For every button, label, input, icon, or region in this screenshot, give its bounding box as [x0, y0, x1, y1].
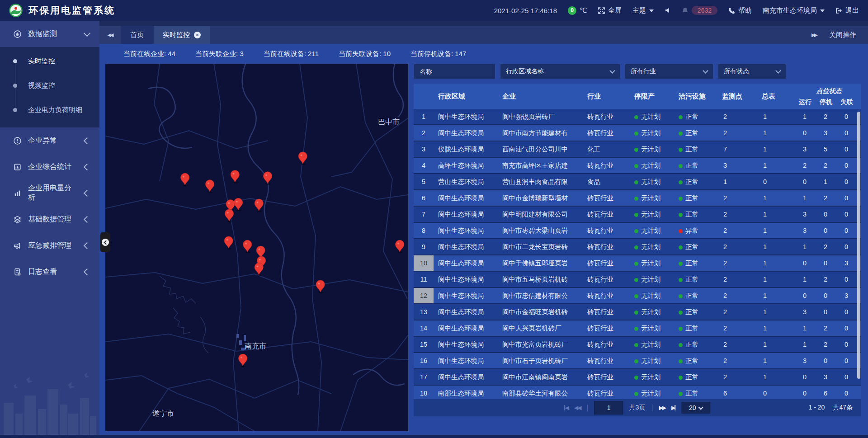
table-row[interactable]: 16阆中生态环境局阆中市石子页岩机砖厂砖瓦行业无计划正常21300: [414, 353, 861, 369]
lost-count-cell: 0: [839, 390, 861, 397]
table-row[interactable]: 2阆中生态环境局阆中市南方节能建材有砖瓦行业无计划正常21030: [414, 125, 861, 141]
fullscreen-button[interactable]: 全屏: [598, 6, 622, 15]
table-row[interactable]: 6阆中生态环境局阆中市金博瑞新型墙材砖瓦行业无计划正常21120: [414, 190, 861, 207]
facility-status-cell: 异常: [674, 226, 717, 235]
page-size-select[interactable]: 20: [681, 402, 710, 414]
region-cell: 阆中生态环境局: [434, 129, 498, 137]
sidebar-item-data-monitor[interactable]: 数据监测: [0, 21, 99, 47]
map-canvas[interactable]: 巴中市南充市遂宁市: [105, 64, 408, 431]
table-row[interactable]: 9阆中生态环境局阆中市二龙长宝页岩砖砖瓦行业无计划正常21120: [414, 239, 861, 255]
last-page-button[interactable]: ▶: [671, 405, 675, 411]
industry-cell: 食品: [583, 178, 630, 186]
table-row[interactable]: 1阆中生态环境局阆中强锐页岩砖厂砖瓦行业无计划正常21120: [414, 109, 861, 125]
close-tab-icon[interactable]: ✕: [194, 32, 201, 38]
table-row[interactable]: 17阆中生态环境局阆中市江南镇阆南页岩砖瓦行业无计划正常21030: [414, 369, 861, 386]
status-stat: 当前在线企业: 44: [123, 50, 175, 58]
status-dot-icon: [634, 115, 638, 119]
row-index-cell: 15: [414, 337, 434, 352]
company-cell: 阆中市江南镇阆南页岩: [498, 373, 583, 381]
theme-dropdown[interactable]: 主题: [632, 6, 654, 15]
sidebar-item-logs[interactable]: 日志查看: [0, 259, 99, 285]
tab-scroll-right-button[interactable]: ▶▶: [811, 32, 816, 38]
table-row[interactable]: 8阆中生态环境局阆中市枣碧大梁山页岩砖瓦行业无计划异常21300: [414, 223, 861, 239]
sidebar-collapse-button[interactable]: [100, 232, 110, 252]
help-label: 帮助: [738, 6, 752, 15]
table-row[interactable]: 10阆中生态环境局阆中千佛镇五郎垭页岩砖瓦行业无计划正常21003: [414, 255, 861, 272]
sidebar-subitem-企业电力负荷明细[interactable]: 企业电力负荷明细: [0, 98, 99, 122]
sound-toggle[interactable]: [665, 7, 671, 14]
table-row[interactable]: 3仪陇生态环境局西南油气田分公司川中化工无计划正常71350: [414, 141, 861, 158]
region-cell: 阆中生态环境局: [434, 373, 498, 381]
table-row[interactable]: 7阆中生态环境局阆中明阳建材有限公司砖瓦行业无计划正常21300: [414, 207, 861, 223]
page-number-input[interactable]: [594, 401, 623, 414]
row-index-cell: 1: [414, 109, 434, 124]
meters-cell: 1: [757, 113, 797, 120]
first-page-button[interactable]: ◀: [564, 405, 568, 411]
row-index-cell: 10: [414, 255, 434, 271]
industry-select-value: 所有行业: [631, 67, 656, 75]
sidebar-submenu: 实时监控视频监控企业电力负荷明细: [0, 47, 99, 127]
sidebar-subitem-实时监控[interactable]: 实时监控: [0, 49, 99, 73]
stat-label: 当前在线设备:: [264, 50, 308, 57]
chevron-left-icon: [102, 239, 109, 246]
next-page-button[interactable]: ▶▶: [659, 405, 665, 411]
sidebar-item-power-analysis[interactable]: 企业用电量分析: [0, 180, 99, 206]
status-dot-icon: [679, 229, 683, 233]
tab-realtime-monitor[interactable]: 实时监控 ✕: [154, 26, 210, 44]
org-dropdown[interactable]: 南充市生态环境局: [763, 6, 825, 15]
help-button[interactable]: 帮助: [728, 6, 752, 15]
alert-icon: [13, 136, 22, 145]
stat-value: 147: [455, 50, 466, 57]
close-operations-button[interactable]: 关闭操作: [829, 31, 856, 39]
tab-home[interactable]: 首页: [121, 26, 153, 44]
status-dot-icon: [634, 311, 638, 315]
table-scrollbar[interactable]: [857, 112, 860, 379]
name-search-input[interactable]: [414, 64, 495, 79]
status-select[interactable]: 所有状态: [718, 64, 786, 79]
industry-select[interactable]: 所有行业: [625, 64, 713, 79]
region-select[interactable]: 行政区域名称: [500, 64, 620, 79]
prev-page-button[interactable]: ◀◀: [574, 405, 580, 411]
sidebar-item-emergency[interactable]: 应急减排管理: [0, 232, 99, 259]
divider: |: [651, 404, 653, 412]
sidebar-group-power-analysis: 企业用电量分析: [0, 180, 99, 206]
header-actions: 2021-02-25 17:46:18 0 ℃ 全屏 主题: [494, 6, 859, 15]
company-cell: 营山县润丰肉食品有限: [498, 178, 583, 186]
sidebar-item-label: 应急减排管理: [28, 241, 78, 250]
row-index-cell: 4: [414, 158, 434, 173]
map-panel[interactable]: 巴中市南充市遂宁市: [105, 64, 408, 431]
sidebar-item-label: 基础数据管理: [28, 215, 78, 224]
exit-button[interactable]: 退出: [835, 6, 859, 15]
table-row[interactable]: 14阆中生态环境局阆中大兴页岩机砖厂砖瓦行业无计划正常21120: [414, 320, 861, 337]
chevron-left-icon: [84, 242, 91, 249]
table-row[interactable]: 13阆中生态环境局阆中市金福旺页岩机砖砖瓦行业无计划正常21300: [414, 304, 861, 320]
table-row[interactable]: 15阆中生态环境局阆中市光富页岩机砖厂砖瓦行业无计划正常21120: [414, 337, 861, 353]
sidebar-subitem-视频监控[interactable]: 视频监控: [0, 73, 99, 98]
run-count-cell: 3: [797, 308, 818, 316]
table-row[interactable]: 5营山生态环境局营山县润丰肉食品有限食品无计划正常10010: [414, 174, 861, 190]
points-cell: 3: [717, 162, 757, 169]
sidebar-item-base-data[interactable]: 基础数据管理: [0, 206, 99, 232]
chevron-down-icon: [703, 68, 708, 74]
table-row[interactable]: 12阆中生态环境局阆中市忠信建材有限公砖瓦行业无计划正常21003: [414, 288, 861, 304]
panels: 巴中市南充市遂宁市 行政区域名称 所有行业: [99, 64, 868, 438]
run-count-cell: 0: [797, 390, 818, 397]
notifications[interactable]: 2632: [682, 6, 717, 15]
brand: 环保用电监管系统: [9, 4, 115, 17]
range-label: 1 - 20: [809, 404, 825, 412]
status-dot-icon: [679, 262, 683, 266]
points-cell: 2: [717, 129, 757, 137]
table-row[interactable]: 4高坪生态环境局南充市高坪区王家店建砖瓦行业无计划正常31220: [414, 158, 861, 174]
stats-icon: [13, 162, 22, 171]
sidebar-item-enterprise-abnormal[interactable]: 企业异常: [0, 127, 99, 154]
halt-count-cell: 3: [818, 129, 839, 137]
halt-count-cell: 6: [818, 390, 839, 397]
sidebar-group-emergency: 应急减排管理: [0, 232, 99, 259]
tab-scroll-left-button[interactable]: ◀◀: [99, 26, 120, 44]
table-row[interactable]: 18南部生态环境局南部县砖华土河有限公砖瓦行业无计划正常60060: [414, 386, 861, 399]
tab-bar: ◀◀ 首页 实时监控 ✕ ▶▶ 关闭操作: [99, 21, 868, 44]
facility-status-cell: 正常: [674, 275, 717, 284]
chevron-down-icon: [820, 9, 825, 12]
sidebar-item-enterprise-stats[interactable]: 企业综合统计: [0, 154, 99, 180]
table-row[interactable]: 11阆中生态环境局阆中市五马桥页岩机砖砖瓦行业无计划正常21120: [414, 272, 861, 288]
